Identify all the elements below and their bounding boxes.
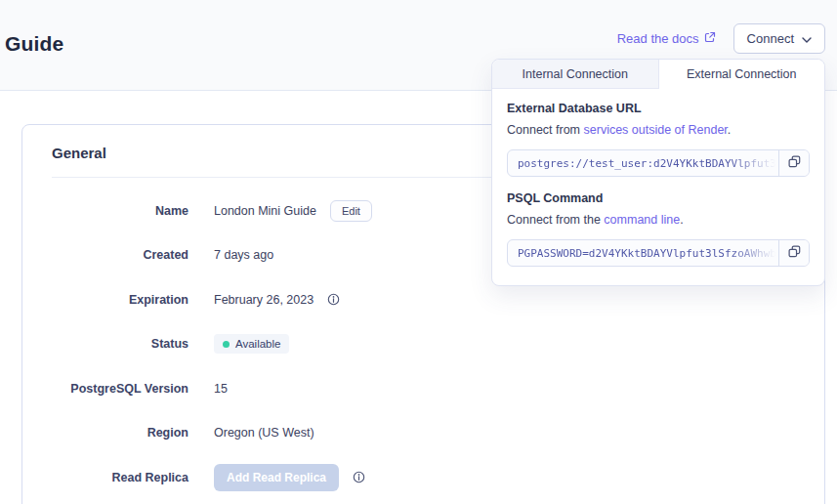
- external-link-icon: [704, 31, 716, 46]
- status-available-dot-icon: [223, 341, 230, 348]
- read-the-docs-label: Read the docs: [617, 31, 699, 46]
- status-badge-text: Available: [235, 338, 280, 350]
- external-database-url-value[interactable]: postgres://test_user:d2V4YKktBDAYVlpfut3…: [508, 150, 778, 176]
- postgresql-version-value: 15: [214, 382, 228, 396]
- read-the-docs-link[interactable]: Read the docs: [617, 31, 716, 46]
- postgresql-version-label: PostgreSQL Version: [52, 382, 188, 396]
- desc-text: .: [728, 123, 731, 137]
- copy-psql-command-button[interactable]: [778, 240, 809, 266]
- add-read-replica-button[interactable]: Add Read Replica: [214, 464, 339, 491]
- expiration-info-icon[interactable]: [327, 293, 340, 306]
- external-database-url-field: postgres://test_user:d2V4YKktBDAYVlpfut3…: [507, 149, 810, 177]
- psql-command-value[interactable]: PGPASSWORD=d2V4YKktBDAYVlpfut3lSfzoAWhwb…: [508, 240, 778, 266]
- desc-text: .: [680, 213, 683, 227]
- read-replica-info-icon[interactable]: [353, 471, 365, 483]
- psql-command-field: PGPASSWORD=d2V4YKktBDAYVlpfut3lSfzoAWhwb…: [507, 239, 810, 267]
- copy-icon: [788, 244, 801, 262]
- created-label: Created: [52, 248, 188, 262]
- read-replica-row: Read Replica Add Read Replica: [22, 455, 824, 500]
- expiration-value: February 26, 2023: [214, 293, 314, 307]
- chevron-down-icon: [802, 31, 812, 46]
- region-value: Oregon (US West): [214, 426, 314, 440]
- connect-button[interactable]: Connect: [733, 23, 825, 54]
- command-line-link[interactable]: command line: [604, 213, 680, 227]
- connect-panel-body: External Database URL Connect from servi…: [492, 89, 824, 267]
- name-value: London Mini Guide: [214, 204, 316, 218]
- copy-icon: [788, 154, 801, 172]
- connect-button-label: Connect: [747, 31, 794, 46]
- region-label: Region: [52, 426, 188, 440]
- tab-internal-connection[interactable]: Internal Connection: [492, 60, 659, 89]
- tab-external-connection[interactable]: External Connection: [659, 60, 825, 89]
- psql-command-description: Connect from the command line.: [507, 213, 810, 227]
- desc-text: Connect from: [507, 123, 584, 137]
- status-label: Status: [52, 337, 188, 351]
- status-row: Status Available: [22, 322, 824, 367]
- page-title: Guide: [5, 32, 64, 56]
- postgresql-version-row: PostgreSQL Version 15: [22, 366, 824, 411]
- created-value: 7 days ago: [214, 248, 273, 262]
- desc-text: Connect from the: [507, 213, 604, 227]
- external-database-url-heading: External Database URL: [507, 102, 810, 115]
- name-label: Name: [52, 204, 188, 218]
- services-outside-render-link[interactable]: services outside of Render: [584, 123, 728, 137]
- read-replica-label: Read Replica: [52, 471, 188, 484]
- header-actions: Read the docs Connect: [617, 23, 825, 54]
- connect-dropdown-panel: Internal Connection External Connection …: [491, 59, 825, 286]
- copy-external-url-button[interactable]: [778, 150, 809, 176]
- external-database-url-description: Connect from services outside of Render.: [507, 123, 810, 137]
- expiration-label: Expiration: [52, 293, 188, 307]
- region-row: Region Oregon (US West): [22, 411, 824, 456]
- psql-command-heading: PSQL Command: [507, 191, 810, 205]
- edit-name-button[interactable]: Edit: [330, 200, 372, 222]
- status-badge: Available: [214, 334, 289, 354]
- connection-tabs: Internal Connection External Connection: [492, 60, 824, 89]
